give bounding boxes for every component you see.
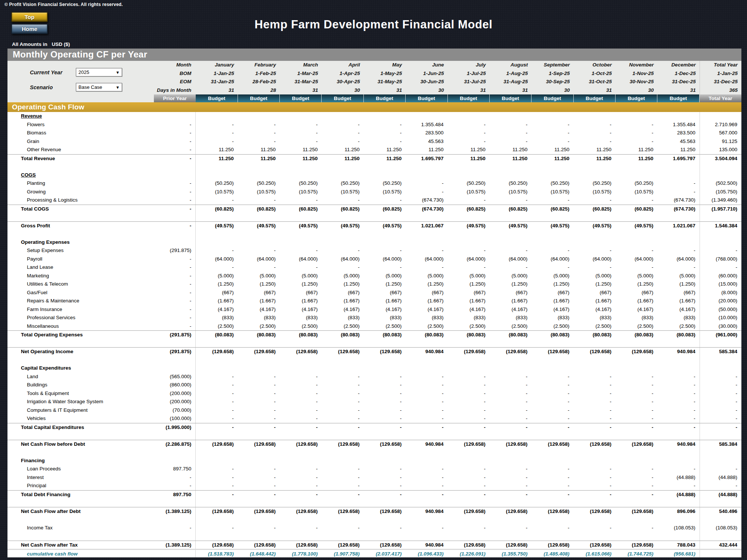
month-value-cell: 11.250 xyxy=(364,155,406,163)
month-value-cell xyxy=(280,364,322,373)
total-year-header-cell: 31-Dec-25 xyxy=(700,78,741,86)
amounts-note-label: All Amounts in xyxy=(12,41,47,47)
month-value-cell: - xyxy=(238,381,280,389)
prior-year-cell: (2.286.875) xyxy=(154,440,196,448)
row-label: Flowers xyxy=(7,121,154,129)
month-value-cell: (44.888) xyxy=(657,473,699,482)
month-value-cell xyxy=(657,515,699,524)
month-value-cell xyxy=(616,457,657,465)
month-value-cell: 11.250 xyxy=(196,146,238,154)
month-value-cell xyxy=(364,532,406,541)
month-value-cell: (80.083) xyxy=(657,331,699,339)
month-value-cell: - xyxy=(448,524,490,532)
month-value-cell: 1.021.067 xyxy=(657,222,699,230)
chevron-down-icon[interactable]: ▼ xyxy=(114,68,122,76)
month-value-cell: - xyxy=(322,482,363,490)
prior-year-cell: (860.000) xyxy=(154,381,196,389)
month-value-cell: 11.250 xyxy=(616,146,657,154)
scenario-dropdown[interactable]: Base Case ▼ xyxy=(76,83,122,91)
month-value-cell: (833) xyxy=(196,314,238,322)
month-value-cell: - xyxy=(322,473,363,482)
table-row: Professional Services-(833)(833)(833)(83… xyxy=(7,314,741,322)
calendar-value-cell: 30-Jun-25 xyxy=(406,78,447,86)
month-value-cell: - xyxy=(574,491,616,499)
month-value-cell: (667) xyxy=(322,289,363,297)
month-value-cell: 940.984 xyxy=(657,440,699,448)
month-value-cell xyxy=(238,448,280,457)
spacer-row xyxy=(7,162,741,171)
table-row: Total COGS-(60.825)(60.825)(60.825)(60.8… xyxy=(7,205,741,213)
month-value-cell xyxy=(196,112,238,121)
month-value-cell: (80.083) xyxy=(406,331,447,339)
month-value-cell: (2.500) xyxy=(616,322,657,331)
month-value-cell: (129.658) xyxy=(531,541,573,549)
month-value-cell xyxy=(616,498,657,507)
month-value-cell: (10.575) xyxy=(322,188,363,196)
row-label: Tools & Equipment xyxy=(7,389,154,398)
month-value-cell xyxy=(364,171,406,180)
month-value-cell: - xyxy=(322,491,363,499)
month-value-cell: - xyxy=(616,121,657,129)
month-value-cell: - xyxy=(531,406,573,415)
month-value-cell xyxy=(490,498,531,507)
month-value-cell: (60.825) xyxy=(196,205,238,213)
month-value-cell: (10.575) xyxy=(490,188,531,196)
row-label: Payroll xyxy=(7,255,154,264)
month-value-cell: - xyxy=(238,137,280,146)
month-value-cell: - xyxy=(364,196,406,205)
month-value-cell: (129.658) xyxy=(616,541,657,549)
month-value-cell: (833) xyxy=(280,314,322,322)
month-value-cell: (674.730) xyxy=(406,196,447,205)
table-row: Growing-(10.575)(10.575)(10.575)(10.575)… xyxy=(7,188,741,196)
calendar-value-cell: 31-Jan-25 xyxy=(196,78,238,86)
total-year-header-cell: 1-Jan-25 xyxy=(700,69,741,78)
month-value-cell: - xyxy=(196,482,238,490)
month-value-cell: - xyxy=(238,423,280,432)
month-value-cell xyxy=(490,112,531,121)
month-value-cell: (4.167) xyxy=(616,305,657,314)
month-value-cell xyxy=(196,213,238,221)
chevron-down-icon[interactable]: ▼ xyxy=(114,83,122,91)
month-value-cell xyxy=(657,498,699,507)
month-value-cell: - xyxy=(574,381,616,389)
month-value-cell: - xyxy=(490,423,531,432)
table-row: Gas/Fuel-(667)(667)(667)(667)(667)(667)(… xyxy=(7,289,741,297)
month-value-cell: (80.083) xyxy=(364,331,406,339)
month-value-cell: 11.250 xyxy=(531,155,573,163)
month-value-cell: - xyxy=(196,373,238,381)
prior-year-cell xyxy=(154,498,196,507)
cash-flow-table: RevenueFlowers------1.355.484-----1.355.… xyxy=(7,112,741,557)
total-year-cell: (768.000) xyxy=(700,255,741,264)
copyright-text: © Profit Vision Financial Services. All … xyxy=(4,2,123,7)
month-value-cell: (129.658) xyxy=(280,507,322,516)
month-value-cell: - xyxy=(238,246,280,255)
prior-year-cell xyxy=(154,171,196,180)
month-value-cell: - xyxy=(406,398,447,406)
month-value-cell: (129.658) xyxy=(448,541,490,549)
month-value-cell xyxy=(616,356,657,364)
month-value-cell: (667) xyxy=(406,289,447,297)
row-label: Utilities & Telecom xyxy=(7,280,154,289)
month-value-cell: (1.250) xyxy=(280,280,322,289)
row-label: Net Cash Flow after Debt xyxy=(7,507,154,516)
month-value-cell: - xyxy=(280,196,322,205)
total-year-cell: (44.888) xyxy=(700,491,741,499)
month-value-cell xyxy=(574,532,616,541)
prior-year-cell: (1.995.000) xyxy=(154,423,196,432)
month-value-cell: (50.250) xyxy=(322,179,363,188)
month-value-cell xyxy=(448,431,490,440)
month-value-cell: - xyxy=(406,389,447,398)
month-value-cell: (50.250) xyxy=(616,179,657,188)
month-value-cell xyxy=(364,230,406,238)
total-year-cell xyxy=(700,162,741,171)
prior-year-cell: - xyxy=(154,196,196,205)
month-value-cell: (1.096.433) xyxy=(406,550,447,557)
month-value-cell: (1.485.408) xyxy=(531,550,573,557)
current-year-dropdown[interactable]: 2025 ▼ xyxy=(76,68,122,77)
prior-year-cell: - xyxy=(154,482,196,490)
month-value-cell: (1.667) xyxy=(238,297,280,305)
month-value-cell: - xyxy=(364,482,406,490)
table-row: Farm Insurance-(4.167)(4.167)(4.167)(4.1… xyxy=(7,305,741,314)
table-row: Flowers------1.355.484-----1.355.4842.71… xyxy=(7,121,741,129)
month-value-cell: (5.000) xyxy=(280,272,322,280)
